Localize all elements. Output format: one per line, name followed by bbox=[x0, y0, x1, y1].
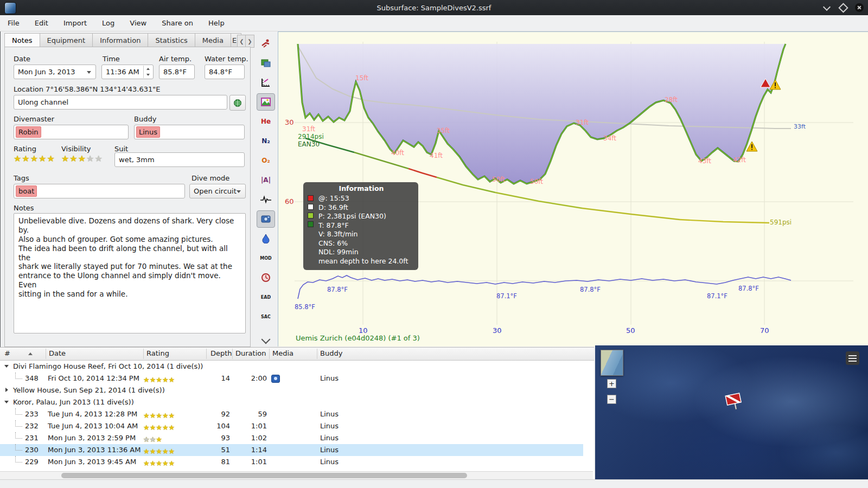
expander-closed-icon[interactable] bbox=[5, 388, 8, 392]
ndl-tts-icon[interactable] bbox=[257, 269, 275, 286]
ceiling-icon[interactable] bbox=[257, 230, 275, 247]
photos-icon[interactable] bbox=[257, 210, 275, 228]
divemaster-label: Divemaster bbox=[14, 115, 54, 123]
date-field[interactable]: Mon Jun 3, 2013 bbox=[14, 65, 96, 79]
dive-row-selected[interactable]: 230 Mon Jun 3, 2013 11:36 AM ★★★★★ 51 1:… bbox=[0, 444, 583, 456]
time-field[interactable]: 11:36 AM bbox=[101, 65, 154, 79]
dive-row[interactable]: 233 Tue Jun 4, 2013 12:28 PM ★★★★★ 92 59… bbox=[0, 408, 583, 420]
col-buddy[interactable]: Buddy bbox=[320, 349, 342, 357]
col-media[interactable]: Media bbox=[272, 349, 293, 357]
divemaster-field[interactable]: Robin bbox=[14, 125, 129, 139]
profile-info-box[interactable]: Information @: 15:53 D: 36.9ft P: 2,381p… bbox=[303, 182, 418, 270]
ruler-icon[interactable] bbox=[257, 74, 275, 91]
close-icon[interactable] bbox=[855, 3, 864, 12]
dive-mode-select[interactable]: Open circuit bbox=[189, 184, 246, 198]
dive-mode-label: Dive mode bbox=[192, 174, 229, 182]
menu-help[interactable]: Help bbox=[208, 19, 225, 27]
oxygen-graph-icon[interactable]: O₂ bbox=[257, 152, 275, 169]
location-field[interactable]: Ulong channel bbox=[14, 95, 227, 110]
sort-ascending-icon bbox=[28, 352, 33, 355]
x-tick-10: 10 bbox=[359, 326, 368, 335]
menu-bar: File Edit Import Log View Share on Help bbox=[0, 15, 868, 31]
y-tick-60: 60 bbox=[285, 197, 294, 206]
col-rating[interactable]: Rating bbox=[146, 349, 169, 357]
horizontal-scrollbar[interactable] bbox=[0, 471, 593, 480]
tab-media[interactable]: Media bbox=[195, 33, 231, 48]
tab-bar: Notes Equipment Information Statistics M… bbox=[4, 33, 241, 48]
ead-icon[interactable]: EAD bbox=[257, 288, 275, 306]
rating-stars[interactable]: ★★★★★ bbox=[14, 153, 55, 164]
info-line: D: 36.9ft bbox=[318, 203, 414, 213]
depth-annotation: 35ft bbox=[437, 127, 450, 134]
menu-share-on[interactable]: Share on bbox=[162, 19, 193, 27]
depth-annotation: 34ft bbox=[603, 134, 616, 142]
map-overview-inset[interactable] bbox=[601, 350, 623, 376]
tab-statistics[interactable]: Statistics bbox=[148, 33, 194, 48]
dive-flag-marker-icon[interactable] bbox=[723, 390, 748, 415]
profile-toolbar: He N₂ O₂ |A| MOD EAD SAC bbox=[254, 31, 278, 347]
legend-pressure-swatch bbox=[308, 213, 314, 219]
window-title: Subsurface: SampleDivesV2.ssrf bbox=[0, 4, 868, 12]
water-temp-field[interactable]: 84.8°F bbox=[205, 65, 245, 79]
menu-import[interactable]: Import bbox=[63, 19, 87, 27]
collapse-toolbar-icon[interactable] bbox=[257, 331, 275, 348]
scrollbar-thumb[interactable] bbox=[61, 473, 467, 478]
buddy-field[interactable]: Linus bbox=[134, 125, 245, 139]
col-date[interactable]: Date bbox=[49, 349, 66, 357]
temp-annotation: 87.8°F bbox=[738, 285, 759, 292]
subsurface-window: Subsurface: SampleDivesV2.ssrf File Edit… bbox=[0, 0, 868, 488]
tags-field[interactable]: boat bbox=[14, 184, 185, 198]
location-globe-button[interactable] bbox=[229, 95, 246, 111]
menu-edit[interactable]: Edit bbox=[35, 19, 48, 27]
minimize-icon[interactable] bbox=[822, 3, 831, 12]
dive-row[interactable]: 231 Mon Jun 3, 2013 2:59 PM ★★★★★ 93 1:0… bbox=[0, 432, 583, 444]
zoom-in-button[interactable]: + bbox=[607, 379, 616, 388]
zoom-out-button[interactable]: − bbox=[607, 395, 616, 404]
menu-view[interactable]: View bbox=[130, 19, 146, 27]
gas-pressures-icon[interactable] bbox=[257, 54, 275, 72]
heart-rate-icon[interactable] bbox=[257, 191, 275, 208]
pressure-start-label: 2914psi bbox=[298, 133, 324, 140]
dive-row[interactable]: 232 Tue Jun 4, 2013 10:04 AM ★★★★★ 104 1… bbox=[0, 420, 583, 432]
map-menu-icon[interactable] bbox=[846, 351, 859, 365]
suit-field[interactable]: wet, 3mm bbox=[114, 152, 245, 167]
col-duration[interactable]: Duration bbox=[235, 349, 266, 357]
depth-annotation: 31ft bbox=[576, 119, 589, 126]
dive-row[interactable]: 229 Mon Jun 3, 2013 9:45 AM ★★★★★ 81 1:0… bbox=[0, 456, 583, 468]
expander-open-icon[interactable] bbox=[4, 401, 9, 403]
picture-icon[interactable] bbox=[257, 93, 275, 111]
col-depth[interactable]: Depth bbox=[210, 349, 232, 357]
visibility-stars[interactable]: ★★★★★ bbox=[61, 153, 103, 164]
notes-label: Notes bbox=[14, 204, 34, 212]
tab-scroll-right-icon[interactable]: ❯ bbox=[245, 35, 254, 48]
diver-icon[interactable] bbox=[257, 35, 275, 52]
temp-annotation: 87.1°F bbox=[707, 292, 727, 300]
dive-row[interactable]: 348 Fri Oct 10, 2014 12:34 PM ★★★★★ 14 2… bbox=[0, 373, 583, 384]
sac-icon[interactable]: SAC bbox=[257, 308, 275, 325]
suit-label: Suit bbox=[114, 145, 128, 153]
expander-open-icon[interactable] bbox=[4, 365, 9, 368]
menu-log[interactable]: Log bbox=[102, 19, 114, 27]
maximize-icon[interactable] bbox=[839, 3, 847, 12]
date-label: Date bbox=[14, 55, 30, 63]
notes-textarea[interactable]: Unbelievable dive. Dozens and dozens of … bbox=[14, 213, 246, 333]
trip-row[interactable]: Divi Flamingo House Reef, Fri Oct 10, 20… bbox=[0, 361, 583, 373]
helium-graph-icon[interactable]: He bbox=[257, 113, 275, 130]
nitrogen-graph-icon[interactable]: N₂ bbox=[257, 132, 275, 150]
menu-file[interactable]: File bbox=[8, 19, 20, 27]
tab-information[interactable]: Information bbox=[92, 33, 148, 48]
tab-notes[interactable]: Notes bbox=[4, 33, 40, 48]
air-temp-field[interactable]: 85.8°F bbox=[159, 65, 195, 79]
col-number[interactable]: # bbox=[4, 349, 10, 357]
trip-row[interactable]: Koror, Palau, Jun 2013 (11 dive(s)) bbox=[0, 396, 583, 408]
tab-equipment[interactable]: Equipment bbox=[40, 33, 93, 48]
dive-map[interactable]: + − bbox=[595, 345, 868, 479]
air-pressure-graph-icon[interactable]: |A| bbox=[257, 171, 275, 189]
info-line: V: 8.3ft/min bbox=[318, 230, 414, 239]
temp-annotation: 87.1°F bbox=[496, 292, 517, 300]
mod-icon[interactable]: MOD bbox=[257, 249, 275, 267]
media-icon[interactable] bbox=[271, 375, 280, 383]
notes-tab-content: Date Time Air temp. Water temp. Mon Jun … bbox=[4, 47, 251, 347]
time-spinner[interactable] bbox=[143, 66, 152, 78]
trip-row[interactable]: Yellow House, Sun Sep 21, 2014 (1 dive(s… bbox=[0, 384, 583, 396]
